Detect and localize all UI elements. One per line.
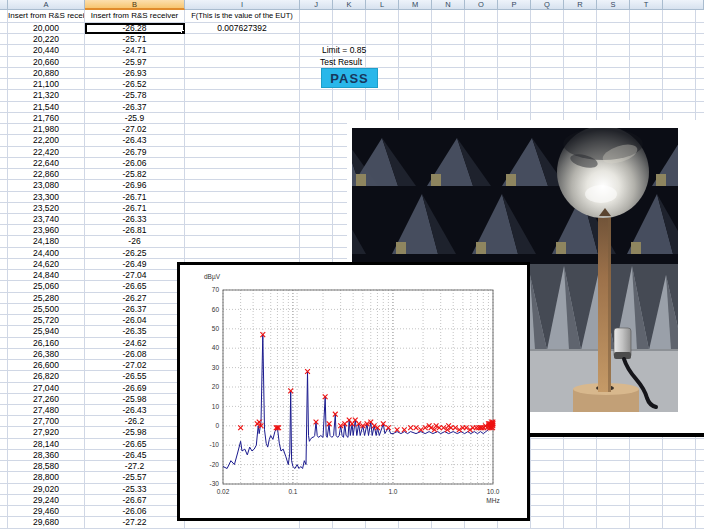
cell-level[interactable]: -26.43 <box>85 135 185 146</box>
cell-level[interactable]: -26.06 <box>85 506 185 517</box>
cell-frequency[interactable]: 28,360 <box>8 450 85 461</box>
cell-level[interactable]: -26.49 <box>85 259 185 270</box>
cell-level[interactable]: -26.35 <box>85 326 185 337</box>
cell-level[interactable]: -26.2 <box>85 416 185 427</box>
cell-frequency[interactable]: 23,080 <box>8 180 85 191</box>
cell-level[interactable]: -26.08 <box>85 349 185 360</box>
cell-frequency[interactable]: 28,140 <box>8 439 85 450</box>
cell-level[interactable]: -26.69 <box>85 383 185 394</box>
cell-level[interactable]: -26.25 <box>85 248 185 259</box>
cell-level[interactable]: -25.57 <box>85 472 185 483</box>
cell-empty[interactable] <box>185 248 300 259</box>
cell-level[interactable]: -25.9 <box>85 113 185 124</box>
cell-frequency[interactable]: 26,380 <box>8 349 85 360</box>
cell-level[interactable]: -25.98 <box>85 427 185 438</box>
cell-level[interactable]: -26.65 <box>85 281 185 292</box>
cell-empty[interactable] <box>185 180 300 191</box>
cell-level[interactable]: -27.02 <box>85 360 185 371</box>
cell-level[interactable]: -26.55 <box>85 371 185 382</box>
cell-frequency[interactable]: 26,160 <box>8 338 85 349</box>
column-header-S[interactable]: S <box>597 0 630 10</box>
cell-level[interactable]: -24.71 <box>85 45 185 56</box>
cell-level[interactable]: -26.65 <box>85 439 185 450</box>
cell-level[interactable]: -26.04 <box>85 315 185 326</box>
cell-frequency[interactable]: 21,760 <box>8 113 85 124</box>
cell-level[interactable]: -25.71 <box>85 34 185 45</box>
cell-level[interactable]: -26.06 <box>85 158 185 169</box>
column-header-O[interactable]: O <box>465 0 498 10</box>
cell-frequency[interactable]: 22,860 <box>8 169 85 180</box>
cell-level[interactable]: -26.27 <box>85 293 185 304</box>
cell-level[interactable]: -26.71 <box>85 203 185 214</box>
cell-frequency[interactable]: 29,460 <box>8 506 85 517</box>
cell-frequency[interactable]: 22,200 <box>8 135 85 146</box>
cell-level[interactable]: -26.37 <box>85 304 185 315</box>
cell-level[interactable]: -26.71 <box>85 192 185 203</box>
column-header-M[interactable]: M <box>399 0 432 10</box>
column-header-J[interactable]: J <box>300 0 333 10</box>
cell-frequency[interactable]: 21,320 <box>8 90 85 101</box>
cell-level[interactable]: -26.81 <box>85 225 185 236</box>
cell-level[interactable]: -25.97 <box>85 57 185 68</box>
column-header-L[interactable]: L <box>366 0 399 10</box>
cell-empty[interactable] <box>185 102 300 113</box>
cell-level[interactable]: -26.52 <box>85 79 185 90</box>
cell-level[interactable]: -25.33 <box>85 484 185 495</box>
cell-level[interactable]: -26.33 <box>85 214 185 225</box>
cell-frequency[interactable]: 23,740 <box>8 214 85 225</box>
cell-frequency[interactable]: 24,840 <box>8 270 85 281</box>
cell-empty[interactable] <box>185 169 300 180</box>
cell-empty[interactable] <box>185 124 300 135</box>
cell-level[interactable]: -27.22 <box>85 517 185 528</box>
cell-empty[interactable] <box>185 135 300 146</box>
cell-frequency[interactable]: 27,040 <box>8 383 85 394</box>
cell-empty[interactable] <box>185 192 300 203</box>
cell-empty[interactable] <box>185 90 300 101</box>
cell-frequency[interactable]: 21,980 <box>8 124 85 135</box>
cell-frequency[interactable]: 25,500 <box>8 304 85 315</box>
cell-frequency[interactable]: 27,260 <box>8 394 85 405</box>
cell-empty[interactable] <box>185 203 300 214</box>
cell-level[interactable]: -27.04 <box>85 270 185 281</box>
cell-frequency[interactable]: 20,440 <box>8 45 85 56</box>
cell-level[interactable]: -25.98 <box>85 394 185 405</box>
cell-frequency[interactable]: 28,800 <box>8 472 85 483</box>
cell-frequency[interactable]: 23,960 <box>8 225 85 236</box>
cell-frequency[interactable]: 27,480 <box>8 405 85 416</box>
cell-frequency[interactable]: 25,940 <box>8 326 85 337</box>
cell-empty[interactable] <box>185 113 300 124</box>
cell-empty[interactable] <box>185 147 300 158</box>
column-header-I[interactable]: I <box>185 0 300 10</box>
cell-frequency[interactable]: 29,240 <box>8 495 85 506</box>
cell-empty[interactable] <box>185 214 300 225</box>
cell-frequency[interactable]: 20,660 <box>8 57 85 68</box>
cell-empty[interactable] <box>185 57 300 68</box>
column-header-R[interactable]: R <box>564 0 597 10</box>
cell-empty[interactable] <box>185 79 300 90</box>
cell-frequency[interactable]: 20,880 <box>8 68 85 79</box>
test-result-label-cell[interactable]: Test Result <box>320 57 362 67</box>
cell-frequency[interactable]: 21,100 <box>8 79 85 90</box>
cell-frequency[interactable]: 20,220 <box>8 34 85 45</box>
cell-level[interactable]: -26.93 <box>85 68 185 79</box>
cell-empty[interactable] <box>185 68 300 79</box>
cell-frequency[interactable]: 24,400 <box>8 248 85 259</box>
cell-frequency[interactable]: 26,820 <box>8 371 85 382</box>
selected-cell-b2[interactable]: -26.28 <box>85 23 185 34</box>
cell-a1-header[interactable]: Insert from R&S receiver <box>8 10 85 23</box>
cell-frequency[interactable]: 25,720 <box>8 315 85 326</box>
cell-b1-header[interactable]: Insert from R&S receiver <box>85 10 185 23</box>
cell-i1-header[interactable]: F(This is the value of the EUT) <box>185 10 300 23</box>
column-header-K[interactable]: K <box>333 0 366 10</box>
cell-frequency[interactable]: 28,580 <box>8 461 85 472</box>
cell-level[interactable]: -24.62 <box>85 338 185 349</box>
cell-level[interactable]: -26.43 <box>85 405 185 416</box>
cell-frequency[interactable]: 27,920 <box>8 427 85 438</box>
cell-frequency[interactable]: 22,420 <box>8 147 85 158</box>
cell-level[interactable]: -26.67 <box>85 495 185 506</box>
column-header-P[interactable]: P <box>498 0 531 10</box>
cell-empty[interactable] <box>185 158 300 169</box>
cell-frequency[interactable]: 24,620 <box>8 259 85 270</box>
cell-level[interactable]: -26 <box>85 236 185 247</box>
column-header-A[interactable]: A <box>8 0 85 10</box>
